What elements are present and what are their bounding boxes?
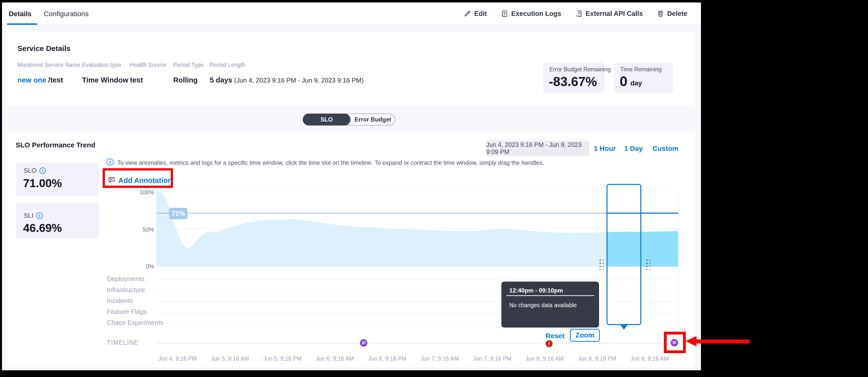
- slo-stat-label: SLO: [24, 167, 36, 175]
- tab-configurations[interactable]: Configurations: [44, 10, 89, 18]
- annotation-bubble-icon: [107, 176, 116, 185]
- period-length-label: Period Length: [210, 62, 245, 68]
- timeline-label: TIMELINE: [107, 339, 138, 346]
- arrow-head: [686, 336, 696, 346]
- document-icon: [501, 10, 508, 18]
- view-toggle: SLO Error Budget: [303, 114, 395, 126]
- pencil-icon: [464, 10, 471, 18]
- selection-right-drag-handle[interactable]: [645, 258, 650, 270]
- reset-button[interactable]: Reset: [546, 332, 564, 340]
- row-line: [157, 323, 679, 323]
- external-api-calls-button[interactable]: API External API Calls: [575, 10, 643, 18]
- slo-stat-value: 71.00%: [23, 177, 62, 190]
- sli-info-icon[interactable]: i: [36, 213, 43, 219]
- period-length-value: 5 days (Jun 4, 2023 9:16 PM - Jun 9, 202…: [210, 76, 364, 84]
- tab-details[interactable]: Details: [9, 10, 32, 18]
- slo-target-badge: 71%: [169, 208, 187, 219]
- add-annotation-button[interactable]: Add Annotation: [118, 177, 172, 185]
- x-tick: Jun 9, 9:16 AM: [630, 355, 669, 362]
- row-label-deployments: Deployments: [107, 275, 145, 283]
- period-length-days: 5 days: [210, 76, 232, 84]
- row-label-feature-flags: Feature Flags: [107, 308, 147, 316]
- time-remaining-label: Time Remaining: [620, 66, 662, 73]
- chart-right-gridline: [678, 191, 679, 349]
- x-tick: Jun 6, 9:16 PM: [368, 355, 407, 362]
- error-budget-remaining-value: -83.67%: [549, 74, 597, 89]
- info-icon[interactable]: i: [106, 159, 114, 165]
- slo-trend-area-chart[interactable]: [156, 191, 679, 266]
- range-link-1-hour[interactable]: 1 Hour: [594, 145, 616, 153]
- tooltip-message: No changes data available: [509, 302, 577, 309]
- monitored-service-link[interactable]: new one: [18, 76, 46, 84]
- slo-performance-title: SLO Performance Trend: [16, 141, 95, 149]
- health-source-value: test: [130, 76, 143, 84]
- period-length-note: (Jun 4, 2023 9:16 PM - Jun 9, 2023 9:16 …: [234, 76, 363, 84]
- top-tab-bar: Details Configurations Edit Execution Lo…: [2, 2, 701, 25]
- row-line: [157, 312, 679, 312]
- x-tick: Jun 4, 9:16 PM: [158, 355, 197, 362]
- evaluation-type-label: Evaluation type: [82, 62, 121, 68]
- svg-text:API: API: [576, 15, 580, 17]
- x-tick: Jun 5, 9:16 PM: [263, 355, 302, 362]
- edit-button[interactable]: Edit: [464, 10, 487, 18]
- monitored-service-suffix: /test: [48, 76, 63, 84]
- x-tick: Jun 6, 9:16 AM: [316, 355, 354, 362]
- range-link-custom[interactable]: Custom: [652, 145, 678, 153]
- sli-stat-label-row: SLI i: [24, 212, 43, 219]
- document-api-icon: API: [575, 10, 583, 18]
- service-details-title: Service Details: [18, 44, 70, 53]
- red-callout-arrow-icon: [684, 336, 751, 347]
- delete-button[interactable]: Delete: [657, 10, 687, 18]
- active-tab-underline: [7, 23, 37, 25]
- delete-label: Delete: [667, 10, 687, 18]
- toggle-slo[interactable]: SLO: [303, 114, 350, 126]
- trash-icon: [657, 10, 664, 18]
- annotation-marker-icon[interactable]: [360, 339, 367, 347]
- changes-tooltip: 12:40pm - 09:10pm No changes data availa…: [501, 282, 599, 327]
- selection-pointer: [620, 324, 628, 329]
- time-remaining-value: 0: [620, 73, 627, 89]
- slo-info-icon[interactable]: i: [39, 167, 46, 174]
- time-window-selection[interactable]: [607, 184, 641, 325]
- tooltip-time-range: 12:40pm - 09:10pm: [509, 287, 563, 294]
- edit-label: Edit: [474, 10, 487, 18]
- evaluation-type-value: Time Window: [82, 76, 128, 84]
- x-tick: Jun 7, 9:16 PM: [473, 355, 512, 362]
- arrow-shaft: [696, 340, 750, 343]
- x-tick: Jun 8, 9:16 AM: [525, 355, 563, 362]
- app-window: Details Configurations Edit Execution Lo…: [2, 2, 701, 370]
- x-tick: Jun 8, 9:16 PM: [578, 355, 616, 362]
- zoom-button[interactable]: Zoom: [570, 329, 600, 342]
- x-tick: Jun 7, 9:16 AM: [421, 355, 459, 362]
- range-link-1-day[interactable]: 1 Day: [624, 145, 643, 153]
- header-actions: Edit Execution Logs API External API Cal…: [464, 2, 687, 25]
- y-tick-50: 50%: [134, 226, 154, 233]
- period-type-value: Rolling: [173, 76, 197, 84]
- row-line: [157, 301, 679, 302]
- y-tick-0: 0%: [134, 263, 154, 270]
- row-label-infrastructure: Infrastructure: [107, 286, 145, 294]
- toggle-error-budget[interactable]: Error Budget: [350, 114, 395, 125]
- row-label-incidents: Incidents: [107, 297, 133, 305]
- sli-stat-label: SLI: [24, 212, 33, 219]
- chart-info-text: To view anomalies, metrics and logs for …: [117, 159, 544, 166]
- sli-stat-value: 46.69%: [23, 221, 62, 234]
- x-tick: Jun 5, 9:16 AM: [211, 355, 249, 362]
- monitored-service-name-label: Monitored Service Name: [18, 62, 80, 68]
- execution-logs-label: Execution Logs: [511, 10, 561, 18]
- period-type-label: Period Type: [173, 62, 204, 68]
- row-line: [157, 279, 679, 280]
- date-range-chip[interactable]: Jun 4, 2023 9:16 PM - Jun 9, 2023 9:09 P…: [486, 141, 589, 156]
- row-label-chaos-experiments: Chaos Experiments: [107, 319, 163, 326]
- row-line: [157, 290, 679, 290]
- y-tick-100: 100%: [134, 189, 154, 196]
- selection-left-drag-handle[interactable]: [598, 258, 603, 270]
- error-budget-remaining-label: Error Budget Remaining: [549, 66, 611, 73]
- slo-stat-label-row: SLO i: [24, 167, 46, 175]
- health-source-label: Health Source: [130, 62, 166, 68]
- execution-logs-button[interactable]: Execution Logs: [501, 10, 561, 18]
- timeline-line[interactable]: [157, 343, 679, 343]
- error-marker-icon[interactable]: !: [546, 340, 553, 347]
- tooltip-divider: [506, 295, 594, 296]
- external-api-calls-label: External API Calls: [586, 10, 643, 18]
